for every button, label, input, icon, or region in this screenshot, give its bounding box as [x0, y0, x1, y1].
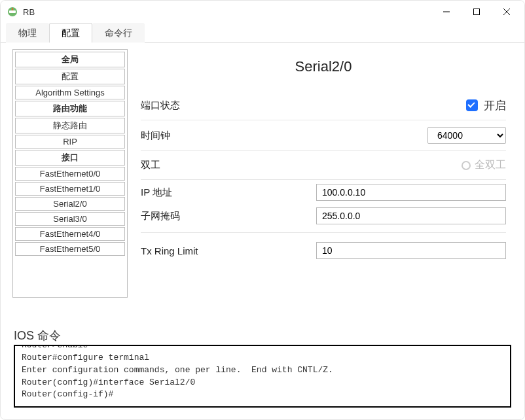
ip-label: IP 地址 [141, 186, 304, 199]
row-mask: 子网掩码 [141, 205, 506, 228]
ios-section: IOS 命令 Router>enable Router#configure te… [1, 328, 524, 417]
ip-address-input[interactable] [316, 184, 506, 201]
row-tx: Tx Ring Limit [141, 236, 506, 266]
main-area: 全局配置Algorithm Settings路由功能静态路由RIP接口FastE… [1, 43, 524, 324]
app-icon [7, 7, 18, 17]
window-maximize-button[interactable] [462, 2, 492, 22]
window-close-button[interactable] [492, 2, 522, 22]
sidebar-item-11[interactable]: FastEthernet4/0 [15, 227, 125, 241]
sidebar-item-10[interactable]: Serial3/0 [15, 212, 125, 226]
ios-title: IOS 命令 [14, 328, 511, 343]
sidebar[interactable]: 全局配置Algorithm Settings路由功能静态路由RIP接口FastE… [12, 49, 128, 298]
svg-rect-2 [12, 8, 13, 10]
sidebar-item-6[interactable]: 接口 [15, 150, 125, 166]
row-port-status: 端口状态 开启 [141, 91, 506, 120]
window-title: RB [23, 7, 35, 17]
row-duplex: 双工 全双工 [141, 151, 506, 180]
clock-label: 时间钟 [141, 130, 304, 142]
tab-bar: 物理 配置 命令行 [1, 23, 524, 43]
duplex-option-full[interactable]: 全双工 [462, 158, 506, 172]
duplex-value: 全双工 [475, 158, 506, 172]
sidebar-item-12[interactable]: FastEthernet5/0 [15, 242, 125, 256]
port-status-on-text: 开启 [484, 98, 506, 113]
port-status-checkbox[interactable] [466, 99, 478, 111]
row-clock: 时间钟 64000 [141, 120, 506, 151]
tx-ring-input[interactable] [316, 242, 506, 259]
ios-console[interactable]: Router>enable Router#configure terminal … [14, 345, 511, 408]
window-titlebar: RB [1, 1, 524, 23]
sidebar-item-5[interactable]: RIP [15, 135, 125, 149]
tab-cli[interactable]: 命令行 [92, 23, 145, 43]
mask-label: 子网掩码 [141, 210, 304, 222]
config-panel: Serial2/0 端口状态 开启 时间钟 64000 双工 全双工 [141, 49, 513, 324]
port-status-label: 端口状态 [141, 99, 304, 112]
window-minimize-button[interactable] [431, 2, 462, 22]
sidebar-item-8[interactable]: FastEthernet1/0 [15, 182, 125, 196]
sidebar-item-9[interactable]: Serial2/0 [15, 197, 125, 211]
tab-physical[interactable]: 物理 [6, 23, 49, 43]
svg-rect-3 [474, 9, 480, 15]
sidebar-item-1[interactable]: 配置 [15, 69, 125, 84]
radio-icon [462, 161, 471, 170]
clock-select[interactable]: 64000 [427, 127, 506, 144]
panel-title: Serial2/0 [141, 58, 506, 75]
row-ip: IP 地址 [141, 180, 506, 205]
sidebar-item-0[interactable]: 全局 [15, 52, 125, 67]
subnet-mask-input[interactable] [316, 207, 506, 224]
separator [141, 232, 506, 233]
svg-rect-1 [9, 10, 16, 13]
sidebar-item-7[interactable]: FastEthernet0/0 [15, 167, 125, 181]
sidebar-item-2[interactable]: Algorithm Settings [15, 86, 125, 99]
sidebar-item-3[interactable]: 路由功能 [15, 101, 125, 116]
duplex-label: 双工 [141, 159, 304, 171]
tab-config[interactable]: 配置 [49, 23, 92, 43]
sidebar-item-4[interactable]: 静态路由 [15, 118, 125, 133]
tx-label: Tx Ring Limit [141, 245, 304, 256]
